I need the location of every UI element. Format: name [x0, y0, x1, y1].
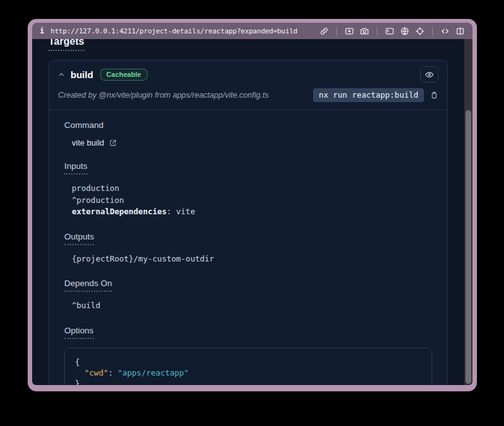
json-line: }: [75, 378, 421, 386]
toolbar-divider: [377, 27, 377, 35]
title-bar: i http://127.0.0.1:4211/project-details/…: [32, 23, 472, 39]
json-line: {: [75, 357, 421, 367]
external-link-icon[interactable]: [109, 139, 117, 147]
run-command-chip: nx run reactapp:build: [313, 88, 424, 102]
options-heading: Options: [64, 326, 94, 339]
toolbar-divider: [336, 27, 337, 35]
toolbar-icons: [319, 26, 465, 36]
toolbar-divider: [432, 27, 433, 35]
code-icon[interactable]: [440, 26, 450, 36]
download-icon[interactable]: [345, 26, 354, 36]
created-by-text: Created by @nx/vite/plugin from apps/rea…: [58, 91, 268, 100]
input-item: ^production: [72, 195, 432, 207]
page-viewport: Targets build Cacheable: [32, 39, 472, 385]
build-card-header: build Cacheable Created by @nx/vite/plug…: [49, 60, 447, 110]
depends-on-heading: Depends On: [64, 279, 112, 292]
input-item: externalDependencies: vite: [72, 206, 432, 218]
view-target-graph-button[interactable]: [420, 66, 438, 83]
terminal-icon[interactable]: [385, 26, 394, 36]
build-card-body: Command vite build Inputs production ^pr…: [49, 110, 447, 385]
vertical-scrollbar[interactable]: [464, 39, 472, 385]
copy-icon[interactable]: [430, 91, 438, 100]
command-heading: Command: [64, 120, 103, 130]
split-panel-icon[interactable]: [455, 26, 465, 36]
json-line: "cwd": "apps/reactapp": [75, 367, 421, 378]
input-item: production: [72, 183, 432, 195]
link-icon[interactable]: [319, 26, 329, 36]
chevron-up-icon[interactable]: [58, 71, 65, 78]
output-item: {projectRoot}/my-custom-outdir: [72, 253, 432, 265]
depends-on-item: ^build: [72, 300, 432, 312]
eye-icon: [425, 70, 434, 79]
globe-icon[interactable]: [400, 26, 410, 36]
options-json-box: { "cwd": "apps/reactapp"}: [64, 348, 432, 386]
json-value: "apps/reactapp": [118, 368, 189, 377]
scrollbar-thumb[interactable]: [466, 110, 471, 384]
page-title: Targets: [49, 39, 84, 51]
cacheable-badge: Cacheable: [100, 69, 147, 81]
camera-icon[interactable]: [360, 26, 369, 36]
page-content: Targets build Cacheable: [32, 39, 464, 385]
json-key: "cwd": [84, 368, 108, 377]
crosshair-icon[interactable]: [415, 26, 425, 36]
target-name-build[interactable]: build: [71, 69, 93, 80]
command-value: vite build: [72, 138, 104, 147]
input-key-value: : vite: [167, 207, 195, 216]
address-url[interactable]: http://127.0.0.1:4211/project-details/re…: [50, 27, 297, 35]
outputs-heading: Outputs: [64, 232, 94, 245]
input-key: externalDependencies: [72, 207, 167, 216]
app-window: i http://127.0.0.1:4211/project-details/…: [28, 19, 477, 391]
target-card-build: build Cacheable Created by @nx/vite/plug…: [49, 60, 448, 385]
inputs-heading: Inputs: [64, 161, 88, 175]
info-icon: i: [40, 26, 44, 35]
